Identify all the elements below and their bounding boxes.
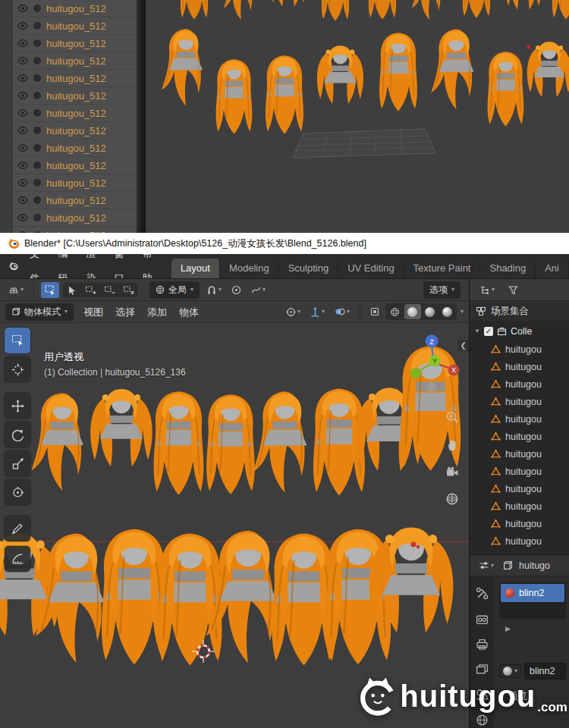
outliner-object-row[interactable]: huitugou [470,393,569,410]
overlays-dropdown[interactable]: ▾ [332,305,353,318]
explorer-row[interactable]: huitugou_512 [0,192,137,209]
selectable-dot-icon[interactable] [33,214,41,221]
explorer-row[interactable]: huitugou_512 [0,174,137,192]
workspace-tab-uv-editing[interactable]: UV Editing [338,259,404,278]
tool-cursor[interactable] [5,356,30,382]
explorer-row[interactable]: huitugou_512 [0,17,137,35]
snapping-toggle-button[interactable]: ▾ [203,283,225,297]
outliner-object-row[interactable]: huitugou [470,480,569,497]
outliner-editor-type-button[interactable]: ▾ [476,283,498,297]
workspace-tab-shading[interactable]: Shading [480,259,536,278]
select-mode-set-button[interactable] [63,283,81,297]
zoom-button[interactable] [443,408,461,426]
view-layer-properties-tab-icon[interactable] [476,664,489,675]
tool-select-box[interactable] [5,328,30,353]
selectable-dot-icon[interactable] [33,127,41,134]
outliner-filter-button[interactable] [505,283,521,297]
selectable-dot-icon[interactable] [33,144,41,152]
tool-move[interactable] [5,393,30,419]
visibility-eye-icon[interactable] [17,160,28,171]
properties-editor-type-button[interactable]: ▾ [476,558,497,573]
menu-item[interactable]: 编辑 [51,254,79,279]
workspace-tab-sculpting[interactable]: Sculpting [279,259,338,278]
collection-checkbox[interactable]: ✓ [484,327,493,336]
proportional-editing-button[interactable] [228,283,244,297]
tool-measure[interactable] [5,546,30,572]
viewport-menu-item[interactable]: 视图 [77,301,109,323]
tool-rotate[interactable] [5,422,30,447]
outliner-object-row[interactable]: huitugou [470,445,569,463]
viewport-menu-item[interactable]: 添加 [141,301,173,323]
visibility-eye-icon[interactable] [17,125,28,136]
outliner-object-row[interactable]: huitugou [470,358,569,375]
selectable-dot-icon[interactable] [33,22,41,30]
outliner-object-row[interactable]: huitugou [470,410,569,428]
shading-rendered-button[interactable] [439,304,456,319]
explorer-row[interactable]: huitugou_512 [0,227,137,233]
menu-item[interactable]: 帮助 [136,254,164,279]
shading-solid-button[interactable] [404,304,421,319]
panel-divider[interactable] [137,0,146,233]
explorer-row[interactable]: huitugou_512 [0,0,137,17]
gizmo-z-neg-axis[interactable] [427,382,436,391]
explorer-row[interactable]: huitugou_512 [0,105,137,122]
tool-scale[interactable] [5,450,30,476]
explorer-row[interactable]: huitugou_512 [0,122,137,140]
visibility-eye-icon[interactable] [17,212,28,223]
viewport-menu-item[interactable]: 物体 [173,301,205,323]
tool-transform[interactable] [5,479,30,505]
select-mode-extend-button[interactable] [81,283,100,297]
material-slot-selected[interactable]: blinn2 [501,584,564,602]
visibility-eye-icon[interactable] [17,3,28,14]
editor-type-button[interactable]: ▾ [5,282,27,297]
ortho-grid-button[interactable] [443,490,461,508]
outliner-object-row[interactable]: huitugou [470,497,569,515]
workspace-tab-modeling[interactable]: Modeling [220,259,279,278]
tool-properties-tab-icon[interactable] [476,587,489,600]
gizmos-dropdown[interactable]: ▾ [307,305,328,319]
shading-wireframe-button[interactable] [387,304,404,319]
selectable-dot-icon[interactable] [33,109,41,117]
visibility-eye-icon[interactable] [17,73,28,83]
outliner-object-row[interactable]: huitugou [470,375,569,393]
explorer-row[interactable]: huitugou_512 [0,140,137,157]
object-mode-dropdown[interactable]: 物体模式 ▾ [5,303,74,321]
explorer-row[interactable]: huitugou_512 [0,52,137,70]
collection-expand-caret[interactable]: ▼ [474,328,480,334]
explorer-row[interactable]: huitugou_512 [0,35,137,52]
active-tool-box-select-button[interactable] [41,282,59,298]
explorer-row[interactable]: huitugou_512 [0,87,137,105]
window-titlebar[interactable]: Blender* [C:\Users\Administrator\Desktop… [0,233,569,254]
selectable-dot-icon[interactable] [33,5,41,12]
outliner-object-row[interactable]: huitugou [470,463,569,480]
selectable-dot-icon[interactable] [33,57,41,64]
selectable-dot-icon[interactable] [33,92,41,99]
selectable-dot-icon[interactable] [33,74,41,82]
pan-hand-button[interactable] [443,435,461,453]
visibility-eye-icon[interactable] [17,38,28,49]
select-mode-invert-button[interactable] [119,283,138,297]
visibility-eye-icon[interactable] [17,20,28,31]
tool-annotate[interactable] [5,516,30,541]
visibility-eye-icon[interactable] [17,108,28,118]
scene-collection-row[interactable]: 场景集合 [470,301,569,321]
menu-item[interactable]: 窗口 [108,254,136,279]
render-properties-tab-icon[interactable] [476,613,489,625]
visibility-eye-icon[interactable] [17,195,28,206]
output-properties-tab-icon[interactable] [476,639,489,650]
selectable-dot-icon[interactable] [33,179,41,187]
viewport-menu-item[interactable]: 选择 [109,301,141,323]
pivot-point-dropdown[interactable]: ▾ [283,305,303,319]
menu-item[interactable]: 渲染 [80,254,108,279]
explorer-row[interactable]: huitugou_512 [0,70,137,87]
visibility-eye-icon[interactable] [17,177,28,188]
slot-list-expander[interactable]: ▶ [505,625,566,632]
transform-orientation-dropdown[interactable]: 全局 ▾ [149,281,200,299]
shading-dropdown[interactable]: ▾ [461,309,464,315]
explorer-row[interactable]: huitugou_512 [0,157,137,174]
outliner-object-row[interactable]: huitugou [470,515,569,532]
shading-material-button[interactable] [422,304,439,319]
selectable-dot-icon[interactable] [33,162,41,169]
workspace-tab-animation[interactable]: Ani [536,259,569,278]
outliner-object-row[interactable]: huitugou [470,340,569,358]
